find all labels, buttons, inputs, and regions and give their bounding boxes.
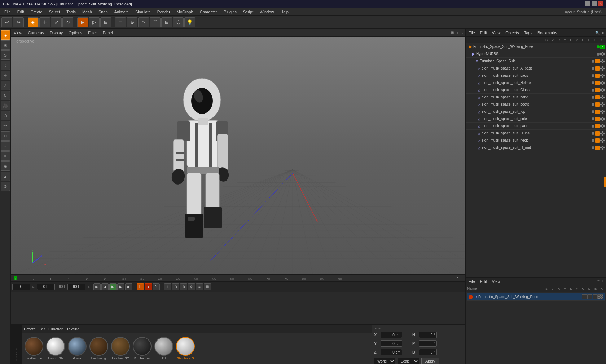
auto-key-btn[interactable]: ? — [153, 283, 160, 290]
key-anim-btn[interactable]: ◎ — [188, 283, 195, 290]
obj-row-top[interactable]: △ elon_musk_space_suit_top — [466, 108, 606, 115]
minimize-button[interactable]: — — [585, 1, 590, 6]
obj-row-sole[interactable]: △ elon_musk_space_suit_sole — [466, 115, 606, 123]
tool-magnet[interactable]: ⌁ — [1, 141, 10, 151]
menu-simulate[interactable]: Simulate — [132, 9, 154, 15]
obj-row-helmet[interactable]: △ elon_musk_space_suit_Helmet — [466, 79, 606, 86]
mat-menu-function[interactable]: Function — [48, 327, 63, 331]
obj-row-hand[interactable]: △ elon_musk_space_suit_hand — [466, 94, 606, 101]
bom-menu-edit[interactable]: Edit — [479, 279, 488, 284]
obj-row-pads[interactable]: △ elon_musk_space_suit_pads — [466, 72, 606, 79]
om-menu-bookmarks[interactable]: Bookmarks — [536, 30, 559, 36]
material-item-leather-bo[interactable]: Leather_bo — [25, 337, 43, 360]
rotate-button[interactable]: ↻ — [62, 17, 73, 27]
live-select-button[interactable]: ◈ — [28, 17, 39, 27]
material-item-leather-st[interactable]: Leather_ST — [111, 337, 130, 360]
mat-menu-edit[interactable]: Edit — [39, 327, 45, 331]
tool-weld[interactable]: ◉ — [1, 161, 10, 171]
menu-select[interactable]: Select — [46, 9, 63, 15]
render-all-btn[interactable]: ⊞ — [100, 17, 111, 27]
maximize-button[interactable]: □ — [592, 1, 597, 6]
vp-menu-options[interactable]: Options — [67, 30, 84, 36]
menu-edit[interactable]: Edit — [14, 9, 27, 15]
menu-window[interactable]: Window — [257, 9, 277, 15]
camera-tb-btn[interactable]: ⬡ — [173, 17, 184, 27]
tool-rotate[interactable]: ↻ — [1, 91, 10, 100]
play-btn[interactable]: ▶ — [109, 283, 117, 290]
bom-menu-file[interactable]: File — [467, 279, 477, 284]
om-menu-tags[interactable]: Tags — [523, 30, 534, 36]
tool-circle-select[interactable]: ⊙ — [1, 50, 10, 60]
material-item-stainless[interactable]: Stainless_S — [176, 337, 195, 360]
tool-polygon[interactable]: ⬡ — [1, 111, 10, 120]
om-menu-edit[interactable]: Edit — [479, 30, 488, 36]
coord-h-input[interactable] — [419, 332, 437, 338]
menu-script[interactable]: Script — [240, 9, 256, 15]
tool-spline[interactable]: 〜 — [1, 121, 10, 130]
bom-menu-view[interactable]: View — [491, 279, 502, 284]
object-btn[interactable]: ◻ — [115, 17, 126, 27]
material-item-fh[interactable]: FH — [154, 337, 173, 360]
om-search-icon[interactable]: 🔍 — [594, 30, 600, 35]
menu-render[interactable]: Render — [154, 9, 173, 15]
redo-button[interactable]: ↪ — [13, 17, 24, 27]
light-btn[interactable]: 💡 — [184, 17, 195, 27]
material-item-rubber-so[interactable]: Rubber_so — [133, 337, 152, 360]
nurbs-btn[interactable]: ⌒ — [150, 17, 161, 27]
move-button[interactable]: ✛ — [39, 17, 50, 27]
tool-live-select[interactable]: ◈ — [1, 30, 10, 40]
om-menu-file[interactable]: File — [467, 30, 477, 36]
coord-transform-dropdown[interactable]: Scale Move Rotate — [398, 358, 419, 364]
menu-tools[interactable]: Tools — [63, 9, 79, 15]
coord-x-input[interactable] — [381, 332, 402, 338]
frame-end-input[interactable] — [67, 284, 85, 290]
close-button[interactable]: ✕ — [598, 1, 603, 6]
obj-row-h-ins[interactable]: △ elon_musk_space_suit_H_ins — [466, 130, 606, 137]
del-key-btn[interactable]: ⊙ — [172, 283, 179, 290]
material-item-leather-gl[interactable]: Leather_gl — [89, 337, 108, 360]
coord-apply-button[interactable]: Apply — [421, 358, 439, 364]
add-key-btn[interactable]: + — [164, 283, 171, 290]
obj-row-pant[interactable]: △ elon_musk_space_suit_pant — [466, 123, 606, 130]
spline-btn[interactable]: 〜 — [138, 17, 149, 27]
deformer-btn[interactable]: ⊞ — [161, 17, 172, 27]
om-sort-icon[interactable]: ≡ — [601, 30, 605, 35]
obj-row-boots[interactable]: △ elon_musk_space_suit_boots — [466, 101, 606, 108]
coord-p-input[interactable] — [419, 340, 437, 347]
material-item-glass[interactable]: Glass — [68, 337, 87, 360]
menu-snap[interactable]: Snap — [96, 9, 111, 15]
obj-row-spacesuit[interactable]: ▼ Futuristic_Space_Suit — [466, 58, 606, 65]
vp-menu-filter[interactable]: Filter — [87, 30, 98, 36]
render-view-btn[interactable]: ▷ — [89, 17, 100, 27]
key-extra-btn[interactable]: ≡ — [196, 283, 203, 290]
mat-menu-texture[interactable]: Texture — [66, 327, 79, 331]
obj-row-neck[interactable]: △ elon_musk_space_suit_neck — [466, 137, 606, 144]
tool-knife[interactable]: ✂ — [1, 131, 10, 141]
undo-button[interactable]: ↩ — [1, 17, 12, 27]
tool-brush[interactable]: ✏ — [1, 151, 10, 161]
tool-lasso-select[interactable]: ⌇ — [1, 61, 10, 70]
bom-icon-2[interactable]: + — [601, 279, 605, 284]
obj-row-glass[interactable]: △ elon_musk_space_suit_Glass — [466, 86, 606, 94]
timeline-view-btn[interactable]: ⊞ — [204, 283, 211, 290]
om-menu-objects[interactable]: Objects — [504, 30, 520, 36]
next-frame-btn[interactable]: ▶ — [117, 283, 124, 290]
vp-menu-display[interactable]: Display — [48, 30, 64, 36]
record-btn[interactable]: ● — [145, 283, 152, 290]
menu-animate[interactable]: Animate — [111, 9, 132, 15]
prev-frame-btn[interactable]: ◀ — [101, 283, 109, 290]
coord-z-input[interactable] — [381, 349, 402, 355]
vp-menu-panel[interactable]: Panel — [101, 30, 114, 36]
vp-menu-view[interactable]: View — [12, 30, 24, 36]
menu-create[interactable]: Create — [28, 9, 45, 15]
obj-row-h-met[interactable]: △ elon_musk_space_suit_H_met — [466, 144, 606, 151]
mat-menu-create[interactable]: Create — [24, 327, 36, 331]
tool-move[interactable]: ✛ — [1, 71, 10, 80]
vp-menu-cameras[interactable]: Cameras — [27, 30, 46, 36]
tool-rect-select[interactable]: ▣ — [1, 40, 10, 50]
bom-row-walkingpose[interactable]: ⊙ Futuristic_Space_Suit_Walking_Pose — [467, 293, 605, 301]
scale-button[interactable]: ⤢ — [51, 17, 62, 27]
menu-mograph[interactable]: MoGraph — [174, 9, 196, 15]
om-menu-view[interactable]: View — [491, 30, 502, 36]
tool-paint[interactable]: ▲ — [1, 172, 10, 181]
